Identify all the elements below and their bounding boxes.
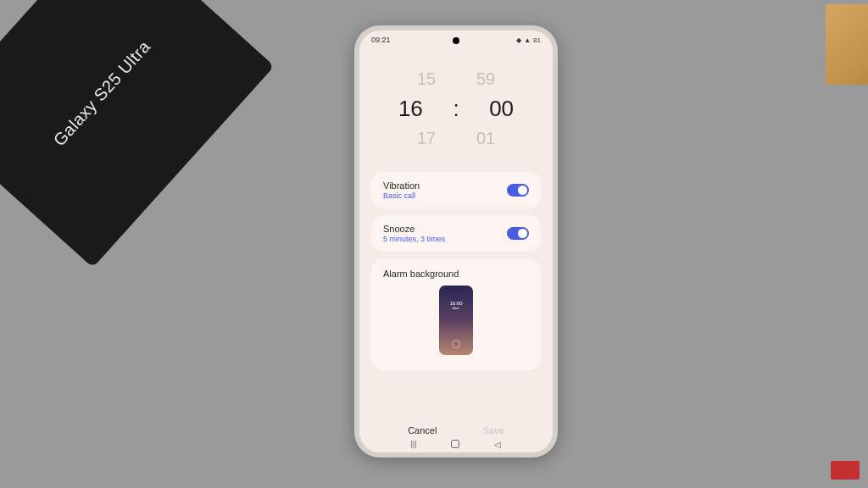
- time-row-next[interactable]: 17 01: [359, 125, 553, 151]
- time-separator: :: [453, 96, 459, 122]
- preview-time: 16:00: [449, 301, 462, 306]
- time-row-active[interactable]: 16 : 00: [359, 92, 553, 125]
- save-button[interactable]: Save: [483, 425, 504, 435]
- status-time: 09:21: [371, 36, 391, 44]
- nav-bar: ||| ◁: [359, 437, 553, 451]
- snooze-toggle[interactable]: [507, 227, 529, 240]
- phone-screen: 09:21 ◆ ▲ 81 15 59 16 : 00 17 01: [359, 30, 553, 452]
- product-box: Galaxy S25 Ultra: [0, 0, 275, 268]
- snooze-setting[interactable]: Snooze 5 minutes, 3 times: [371, 215, 541, 252]
- time-picker[interactable]: 15 59 16 : 00 17 01: [359, 49, 553, 172]
- vibration-sub: Basic call: [383, 191, 420, 200]
- status-icons: ◆ ▲ 81: [516, 36, 541, 44]
- recents-icon[interactable]: |||: [410, 440, 416, 448]
- vibration-toggle[interactable]: [507, 184, 529, 197]
- signal-icon: ▲: [524, 36, 531, 44]
- vibration-setting[interactable]: Vibration Basic call: [371, 172, 541, 208]
- background-setting[interactable]: Alarm background 16:00 Alarm: [371, 258, 541, 370]
- selected-minute[interactable]: 00: [485, 96, 519, 122]
- home-icon[interactable]: [451, 440, 459, 448]
- prev-hour[interactable]: 15: [409, 69, 443, 89]
- next-minute[interactable]: 01: [469, 129, 503, 148]
- watermark: [831, 461, 860, 480]
- vibration-title: Vibration: [383, 180, 420, 191]
- cancel-button[interactable]: Cancel: [408, 425, 437, 435]
- wood-block: [826, 4, 868, 85]
- background-title: Alarm background: [383, 269, 459, 279]
- preview-sub: Alarm: [453, 307, 459, 310]
- settings-list: Vibration Basic call Snooze 5 minutes, 3…: [371, 172, 541, 370]
- background-preview[interactable]: 16:00 Alarm: [439, 286, 473, 355]
- selected-hour[interactable]: 16: [393, 96, 427, 122]
- product-box-label: Galaxy S25 Ultra: [49, 36, 154, 150]
- prev-minute[interactable]: 59: [469, 69, 503, 89]
- camera-cutout: [453, 37, 459, 44]
- preview-dismiss-icon: [452, 340, 460, 348]
- snooze-title: Snooze: [383, 224, 445, 234]
- next-hour[interactable]: 17: [409, 129, 443, 148]
- bottom-buttons: Cancel Save: [359, 425, 553, 435]
- time-row-prev[interactable]: 15 59: [359, 66, 553, 92]
- back-icon[interactable]: ◁: [494, 440, 501, 449]
- snooze-sub: 5 minutes, 3 times: [383, 235, 445, 243]
- wifi-icon: ◆: [516, 36, 521, 44]
- phone-frame: 09:21 ◆ ▲ 81 15 59 16 : 00 17 01: [354, 25, 558, 458]
- battery-level: 81: [533, 36, 541, 44]
